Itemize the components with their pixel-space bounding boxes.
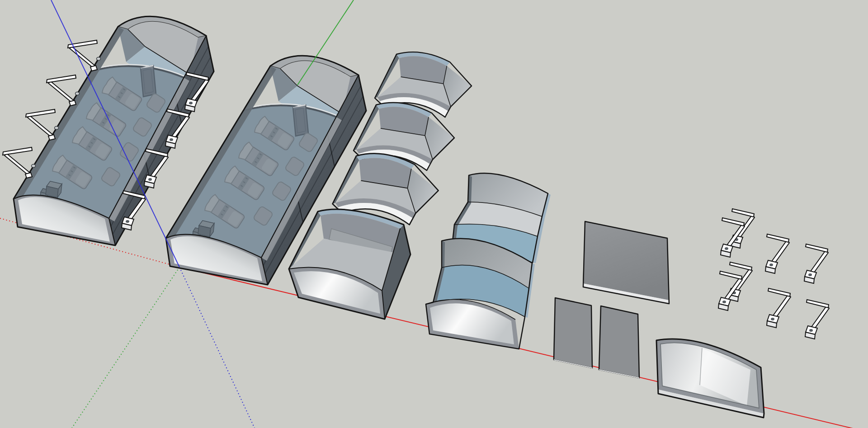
panel-face	[599, 306, 639, 378]
viewport-canvas[interactable]	[0, 0, 868, 428]
panel-face	[554, 298, 592, 368]
panel-small-2[interactable]	[599, 306, 639, 378]
panel-small-1[interactable]	[554, 298, 592, 368]
